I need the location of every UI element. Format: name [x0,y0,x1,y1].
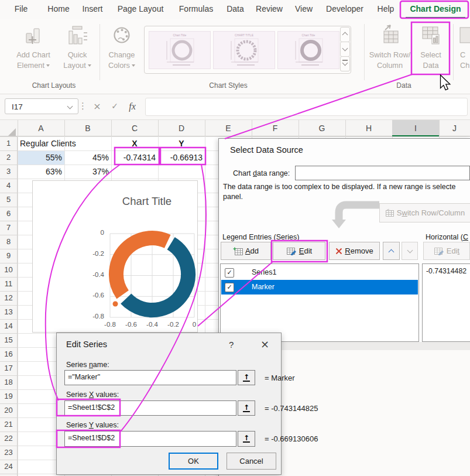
column-header-a[interactable]: A [18,120,64,136]
row-header[interactable]: 6 [0,207,17,221]
series-y-values-input[interactable]: =Sheet1!$D$2 [64,431,236,447]
series-name-input[interactable]: ="Marker" [64,370,236,385]
tab-view[interactable]: View [295,4,313,13]
row-header[interactable]: 8 [0,235,17,249]
help-button[interactable]: ? [229,340,234,350]
tab-file[interactable]: File [15,4,28,13]
chart-data-range-input[interactable] [295,166,470,180]
cell-a1[interactable]: Regular Clients [20,136,108,150]
chart-style-thumbnail-2[interactable]: CHART TITLE [213,31,275,69]
tab-developer[interactable]: Developer [326,4,363,13]
gallery-more-button[interactable] [340,56,350,71]
formula-bar-dots-icon: ⋮ [78,98,87,114]
edit-series-button[interactable]: Edit [273,242,325,260]
doughnut-chart-object[interactable]: Chart Title 0 -0.2 -0.4 -0.6 -0.8 -0.8 -… [32,180,198,333]
chart-style-thumbnail-3[interactable]: Chart Title [277,31,339,69]
axis-labels-list[interactable]: -0.74314482 [422,263,470,342]
gallery-scroll-down-button[interactable] [340,42,350,57]
row-header[interactable]: 22 [0,432,17,446]
cancel-button[interactable]: × [89,98,105,114]
column-header-i-selected[interactable]: I [392,120,439,136]
row-header[interactable]: 5 [0,193,17,207]
formula-input[interactable] [145,98,468,116]
checkbox-checked-icon[interactable]: ✓ [225,268,234,278]
edit-axis-labels-button[interactable]: Edit [423,242,470,260]
y-tick-label: -0.8 [78,313,104,320]
change-chart-type-button-partial[interactable]: C Ch [457,24,470,71]
row-header[interactable]: 24 [0,460,17,474]
collapse-dialog-button[interactable]: ↑ [238,431,255,447]
column-header-e[interactable]: E [205,120,252,136]
chevron-down-icon [407,248,413,254]
tab-review[interactable]: Review [256,4,283,13]
gallery-scroll-up-button[interactable] [340,27,350,42]
cancel-button[interactable]: Cancel [227,453,276,470]
row-header[interactable]: 10 [0,263,17,277]
row-header[interactable]: 13 [0,305,17,319]
tab-page-layout[interactable]: Page Layout [118,4,164,13]
tab-home[interactable]: Home [47,4,69,13]
checkbox-checked-icon[interactable]: ✓ [225,283,234,292]
row-header[interactable]: 18 [0,375,17,389]
remove-series-button[interactable]: Remove [329,242,380,260]
tab-help[interactable]: Help [378,4,394,13]
select-data-button[interactable]: Select Data [413,24,448,71]
tab-data[interactable]: Data [227,4,244,13]
series-list-item-series1[interactable]: ✓ Series1 [221,265,418,280]
name-box[interactable]: I17 [5,98,78,114]
series-list-item-marker-selected[interactable]: ✓ Marker [221,280,418,294]
switch-row-column-dialog-button[interactable]: Switch Row/Column [379,203,470,222]
cell-a3[interactable]: 63% [18,165,62,179]
tab-chart-design[interactable]: Chart Design [410,4,461,13]
collapse-dialog-button[interactable]: ↑ [238,370,255,385]
row-header[interactable]: 21 [0,417,17,432]
change-colors-button[interactable]: Change Colors [102,24,142,71]
select-all-corner[interactable] [8,128,16,136]
column-header-j[interactable]: J [439,120,470,136]
enter-button[interactable]: ✓ [107,98,123,114]
row-header[interactable]: 7 [0,221,17,235]
cell-b2[interactable]: 45% [64,150,109,165]
column-header-h[interactable]: H [345,120,392,136]
row-header[interactable]: 12 [0,291,17,305]
collapse-dialog-button[interactable]: ↑ [238,400,255,416]
row-header[interactable]: 3 [0,165,17,179]
cell-d1[interactable]: Y [158,136,205,150]
move-up-button[interactable] [383,242,400,260]
column-header-c[interactable]: C [111,120,158,136]
quick-layout-button[interactable]: Quick Layout [59,24,96,71]
row-header[interactable]: 11 [0,277,17,291]
row-header[interactable]: 19 [0,389,17,403]
row-header[interactable]: 15 [0,333,17,347]
add-chart-element-button[interactable]: Add Chart Element [8,24,59,71]
cell-c1[interactable]: X [111,136,158,150]
cell-b3[interactable]: 37% [64,165,109,179]
column-header-d[interactable]: D [158,120,205,136]
cell-a2[interactable]: 55% [18,150,62,165]
tab-formulas[interactable]: Formulas [179,4,213,13]
switch-row-column-button[interactable]: Switch Row/ Column [365,24,414,71]
row-header[interactable]: 23 [0,446,17,460]
row-header[interactable]: 20 [0,403,17,417]
row-header[interactable]: 4 [0,179,17,193]
column-header-f[interactable]: F [252,120,299,136]
cell-d2[interactable]: -0.66913 [158,150,203,165]
series-x-values-input[interactable]: =Sheet1!$C$2 [64,400,236,416]
row-header[interactable]: 2 [0,150,17,165]
column-header-g[interactable]: G [299,120,345,136]
close-icon[interactable]: × [260,338,269,350]
ok-button[interactable]: OK [169,453,218,470]
row-header[interactable]: 9 [0,249,17,263]
add-series-button[interactable]: Add [221,242,271,260]
row-header[interactable]: 1 [0,136,17,150]
row-header[interactable]: 17 [0,361,17,375]
cell-c2[interactable]: -0.74314 [111,150,156,165]
column-header-b[interactable]: B [64,120,111,136]
edit-icon [434,246,444,255]
chart-style-thumbnail-1[interactable]: Chart Title [149,31,211,69]
row-header[interactable]: 16 [0,347,17,361]
move-down-button[interactable] [402,242,418,260]
tab-insert[interactable]: Insert [82,4,102,13]
insert-function-button[interactable]: fx [124,98,140,114]
row-header[interactable]: 14 [0,319,17,333]
